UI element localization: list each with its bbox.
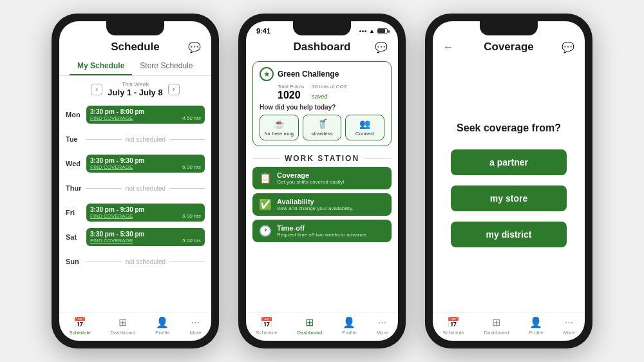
nav-dashboard-2[interactable]: ⊞ Dashboard [297, 316, 322, 336]
find-coverage-wed[interactable]: FIND COVERAGE [90, 164, 133, 170]
profile-nav-icon-3: 👤 [529, 316, 542, 329]
nav-more-2[interactable]: ··· More [376, 317, 388, 336]
signal-dot-2 [362, 30, 364, 32]
more-nav-icon-1: ··· [191, 317, 200, 329]
ws-availability[interactable]: ✅ Availability view and change your avai… [252, 193, 392, 216]
schedule-nav-icon-3: 📅 [447, 316, 460, 329]
phone-schedule: Schedule 💬 My Schedule Store Schedule ‹ … [52, 14, 219, 348]
signal-dot-3 [365, 30, 366, 32]
nav-label-dashboard-1: Dashboard [110, 330, 135, 336]
shift-footer-sat: FIND COVERAGE 5.00 hrs [90, 238, 201, 243]
gc-title: Green Challenge [278, 70, 339, 79]
nav-schedule-1[interactable]: 📅 Schedule [69, 316, 90, 336]
schedule-row-fri: Fri 3:30 pm - 9:30 pm FIND COVERAGE 6.00… [59, 200, 211, 225]
nav-label-more-3: More [563, 330, 574, 336]
nav-profile-2[interactable]: 👤 Profile [342, 316, 357, 336]
coverage-district-button[interactable]: my district [451, 222, 567, 247]
signal-dot-1 [359, 30, 361, 32]
gc-co2-stat: 30 tons of CO2 saved [312, 84, 346, 101]
phone-dashboard: 9:41 ▲ Dashboard 💬 [238, 14, 406, 348]
ws-timeoff-desc: Request time off two weeks in advance. [277, 232, 368, 238]
nav-more-1[interactable]: ··· More [189, 317, 201, 336]
battery-icon [377, 28, 388, 33]
find-coverage-sat[interactable]: FIND COVERAGE [90, 238, 133, 243]
shift-time-wed: 3:30 pm - 9:30 pm [90, 157, 201, 164]
gc-question: How did you help today? [260, 104, 384, 111]
nav-label-schedule-3: Schedule [442, 330, 464, 336]
battery-fill [378, 29, 385, 33]
nav-label-dashboard-3: Dashboard [484, 330, 509, 336]
day-sun: Sun [66, 258, 86, 265]
gc-option-mug[interactable]: ☕ for here mug [260, 115, 299, 140]
schedule-row-wed: Wed 3:30 pm - 9:30 pm FIND COVERAGE 6.00… [59, 151, 211, 176]
prev-week-button[interactable]: ‹ [91, 84, 102, 95]
coverage-title: Coverage [484, 41, 533, 53]
phone-screen-3: ← Coverage 💬 Seek coverage from? a partn… [433, 21, 585, 341]
nav-dashboard-1[interactable]: ⊞ Dashboard [110, 316, 135, 336]
ws-coverage[interactable]: 📋 Coverage Get you shifts covered easily… [252, 167, 392, 189]
bottom-nav-2: 📅 Schedule ⊞ Dashboard 👤 Profile ··· Mor… [246, 312, 398, 341]
shift-hours-mon: 4.50 hrs [182, 115, 201, 121]
nav-dashboard-3[interactable]: ⊞ Dashboard [484, 316, 509, 336]
message-icon-1[interactable]: 💬 [188, 41, 201, 53]
schedule-tabs: My Schedule Store Schedule [59, 57, 211, 76]
find-coverage-fri[interactable]: FIND COVERAGE [90, 213, 133, 219]
schedule-row-sat: Sat 3:30 pm - 5:30 pm FIND COVERAGE 5.00… [59, 225, 211, 249]
coverage-store-button[interactable]: my store [451, 186, 567, 211]
nav-schedule-3[interactable]: 📅 Schedule [442, 316, 464, 336]
shift-footer-fri: FIND COVERAGE 6.00 hrs [90, 213, 201, 219]
phone-screen-2: 9:41 ▲ Dashboard 💬 [246, 21, 398, 341]
gc-option-strawless-label: strawless [311, 131, 332, 137]
ws-timeoff-title: Time-off [277, 224, 368, 232]
day-thur: Thur [66, 184, 86, 192]
day-sat: Sat [66, 233, 86, 241]
nav-profile-3[interactable]: 👤 Profile [529, 316, 544, 336]
not-scheduled-sun: not scheduled [86, 258, 205, 265]
nav-profile-1[interactable]: 👤 Profile [155, 316, 170, 336]
status-icons-2: ▲ [359, 28, 388, 34]
phone-screen-1: Schedule 💬 My Schedule Store Schedule ‹ … [59, 21, 211, 341]
back-arrow-icon[interactable]: ← [443, 41, 453, 53]
nav-label-profile-2: Profile [342, 330, 357, 336]
shift-footer-mon: FIND COVERAGE 4.50 hrs [90, 115, 201, 121]
schedule-list: Mon 3:30 pm - 8:00 pm FIND COVERAGE 4.50… [59, 100, 211, 312]
not-scheduled-thur: not scheduled [86, 185, 205, 192]
schedule-row-thur: Thur not scheduled [59, 176, 211, 200]
tab-store-schedule[interactable]: Store Schedule [132, 57, 200, 75]
message-icon-2[interactable]: 💬 [375, 41, 388, 53]
nav-schedule-2[interactable]: 📅 Schedule [256, 316, 277, 336]
nav-more-3[interactable]: ··· More [563, 317, 574, 336]
workstation-section: WORK STATION 📋 Coverage Get you shifts c… [246, 150, 398, 312]
gc-points-stat: Total Points 1020 [278, 84, 304, 101]
workstation-title: WORK STATION [252, 154, 392, 163]
gc-star-icon: ★ [260, 67, 274, 81]
shift-hours-wed: 6.00 hrs [182, 164, 201, 170]
dashboard-title: Dashboard [294, 41, 351, 53]
coverage-icon: 📋 [259, 172, 272, 184]
bottom-nav-3: 📅 Schedule ⊞ Dashboard 👤 Profile ··· Mor… [433, 312, 585, 341]
phone-notch-2 [293, 21, 351, 35]
gc-option-strawless[interactable]: 🥤 strawless [303, 115, 342, 140]
coverage-content: Seek coverage from? a partner my store m… [433, 57, 585, 312]
more-nav-icon-3: ··· [565, 317, 573, 329]
not-scheduled-tue: not scheduled [86, 136, 205, 143]
schedule-row-tue: Tue not scheduled [59, 127, 211, 151]
wifi-icon: ▲ [369, 28, 375, 34]
ws-coverage-title: Coverage [277, 171, 345, 179]
more-nav-icon-2: ··· [378, 317, 386, 329]
status-time-2: 9:41 [256, 27, 270, 35]
ws-timeoff[interactable]: 🕐 Time-off Request time off two weeks in… [252, 220, 392, 242]
day-wed: Wed [66, 160, 86, 167]
coverage-partner-button[interactable]: a partner [451, 149, 567, 175]
shift-mon: 3:30 pm - 8:00 pm FIND COVERAGE 4.50 hrs [86, 106, 205, 124]
ws-availability-desc: view and change your availability. [277, 205, 354, 211]
message-icon-3[interactable]: 💬 [562, 41, 574, 53]
gc-option-connect[interactable]: 👥 Connect [345, 115, 384, 140]
nav-label-profile-1: Profile [155, 330, 170, 336]
phone-notch-1 [106, 21, 164, 35]
tab-my-schedule[interactable]: My Schedule [70, 57, 132, 75]
find-coverage-mon[interactable]: FIND COVERAGE [90, 115, 133, 121]
profile-nav-icon-2: 👤 [343, 316, 355, 329]
gc-co2-suffix: saved [312, 93, 327, 100]
next-week-button[interactable]: › [168, 84, 180, 95]
